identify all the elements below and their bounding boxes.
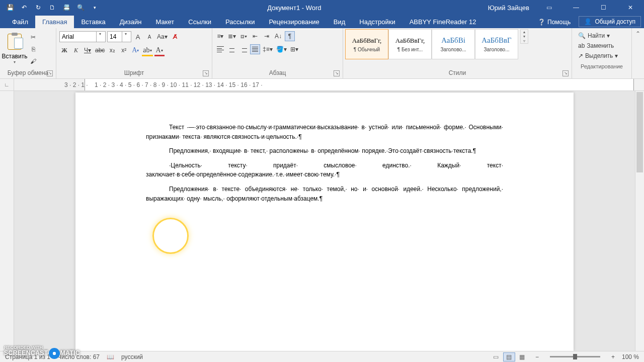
styles-dialog-icon[interactable]: ↘ [562,70,569,76]
increase-indent-icon[interactable]: ⇥ [262,31,272,41]
tab-selector-icon[interactable]: ∟ [0,79,14,90]
styles-more-icon[interactable]: ▿ [521,39,528,43]
tab-file[interactable]: Файл [5,16,35,28]
tab-design[interactable]: Дизайн [113,16,149,28]
paragraph-2[interactable]: Предложения,· входящие· в· текст,· распо… [146,146,503,156]
spellcheck-icon[interactable]: 📖 [107,353,114,360]
underline-button[interactable]: Ч▾ [83,45,93,55]
qat-customize-icon[interactable]: ▾ [89,2,101,14]
print-preview-icon[interactable]: 🔍 [74,2,87,14]
paste-icon [8,34,22,50]
replace-button[interactable]: abЗаменить [578,42,625,49]
align-justify-icon[interactable] [250,44,260,54]
collapse-ribbon-icon[interactable]: ⌃ [632,28,644,78]
read-mode-icon[interactable]: ▭ [490,352,502,361]
zoom-slider[interactable] [550,356,600,357]
multilevel-icon[interactable]: ⧈▾ [238,31,249,41]
highlight-button[interactable]: ab▾ [142,45,152,55]
cut-icon[interactable]: ✂ [28,32,38,42]
scrollbar-thumb[interactable] [636,92,643,172]
maximize-icon[interactable]: ☐ [592,0,615,15]
share-label: Общий доступ [595,18,635,25]
paragraph-1[interactable]: Текст ·—·это·связанное·по·смыслу·и·грамм… [146,123,503,141]
tab-addins[interactable]: Надстройки [352,16,402,28]
decrease-indent-icon[interactable]: ⇤ [250,31,260,41]
print-layout-icon[interactable]: ▤ [503,352,515,361]
align-center-icon[interactable] [227,44,237,54]
subscript-button[interactable]: x₂ [107,45,117,55]
find-button[interactable]: 🔍Найти ▾ [578,32,625,39]
language-indicator[interactable]: русский [121,353,143,360]
bullets-icon[interactable]: ≡▾ [215,31,225,41]
paragraph-4[interactable]: Предложения· в· тексте· объединяются· не… [146,185,503,203]
page-indicator[interactable]: Страница 1 из 1 [5,353,50,360]
align-right-icon[interactable] [238,44,249,54]
zoom-out-icon[interactable]: − [535,353,539,360]
font-color-button[interactable]: A▾ [154,45,165,55]
page-container: Текст ·—·это·связанное·по·смыслу·и·грамм… [14,91,635,351]
style-heading1[interactable]: АаБбВіЗаголово... [432,29,475,59]
text-effects-button[interactable]: A▾ [130,45,140,55]
superscript-button[interactable]: x² [119,45,129,55]
format-painter-icon[interactable]: 🖌 [28,56,38,66]
change-case-icon[interactable]: Aa▾ [156,32,169,42]
user-name[interactable]: Юрий Зайцев [488,4,529,12]
tab-references[interactable]: Ссылки [181,16,218,28]
clear-format-icon[interactable]: A̸ [170,32,180,42]
grow-font-icon[interactable]: A [133,32,143,42]
align-left-icon[interactable] [215,44,225,54]
ruler-horizontal[interactable]: ∟ 3 · 2 · 1 · 1 · 2 · 3 · 4 · 5 · 6 · 7 … [0,79,644,91]
copy-icon[interactable]: ⎘ [28,44,38,54]
tab-layout[interactable]: Макет [148,16,181,28]
paragraph-3[interactable]: ·Цельность· тексту· придаёт· смысловое· … [146,161,503,179]
ribbon-options-icon[interactable]: ▭ [537,0,560,15]
select-button[interactable]: ↗Выделить ▾ [578,52,625,59]
chevron-down-icon[interactable]: ▾ [122,32,129,42]
strikethrough-button[interactable]: abc [94,45,106,55]
paste-button[interactable]: Вставить ▾ [3,31,26,66]
tab-review[interactable]: Рецензирование [262,16,326,28]
bold-button[interactable]: Ж [59,45,69,55]
styles-up-icon[interactable]: ▴ [521,30,528,34]
font-name-combo[interactable]: Arial▾ [59,31,106,42]
tab-view[interactable]: Вид [327,16,353,28]
line-spacing-icon[interactable]: ‡≡▾ [262,44,274,54]
tab-home[interactable]: Главная [35,16,74,28]
share-button[interactable]: 👤Общий доступ [579,16,641,27]
vertical-scrollbar[interactable] [635,91,644,351]
save-icon[interactable]: 💾 [4,2,16,14]
quick-print-icon[interactable]: 📇 [60,2,72,14]
shading-icon[interactable]: 🪣▾ [275,44,288,54]
close-icon[interactable]: ✕ [619,0,642,15]
page[interactable]: Текст ·—·это·связанное·по·смыслу·и·грамм… [75,93,574,351]
new-doc-icon[interactable]: 🗋 [46,2,58,14]
italic-button[interactable]: К [71,45,81,55]
font-dialog-icon[interactable]: ↘ [203,70,209,76]
ruler-vertical[interactable] [0,91,14,351]
numbering-icon[interactable]: ≣▾ [227,31,237,41]
paragraph-dialog-icon[interactable]: ↘ [334,70,340,76]
font-size-combo[interactable]: 14▾ [107,31,131,42]
style-heading2[interactable]: АаБбВвГЗаголово... [475,29,518,59]
minimize-icon[interactable]: — [565,0,588,15]
style-normal[interactable]: АаБбВвГг,¶ Обычный [345,29,388,59]
zoom-level[interactable]: 100 % [622,353,639,360]
tab-mailings[interactable]: Рассылки [218,16,262,28]
borders-icon[interactable]: ⊞▾ [289,44,299,54]
paragraph-label: Абзац↘ [214,68,341,77]
show-marks-icon[interactable]: ¶ [285,31,295,41]
chevron-down-icon[interactable]: ▾ [96,32,103,42]
word-count[interactable]: Число слов: 67 [57,353,100,360]
redo-icon[interactable]: ↻ [32,2,44,14]
styles-down-icon[interactable]: ▾ [521,34,528,39]
zoom-in-icon[interactable]: + [611,353,615,360]
undo-icon[interactable]: ↶ [18,2,30,14]
tab-abbyy[interactable]: ABBYY FineReader 12 [403,16,484,28]
tab-insert[interactable]: Вставка [74,16,112,28]
style-no-spacing[interactable]: АаБбВвГг,¶ Без инт... [388,29,432,59]
sort-icon[interactable]: A↓ [273,31,283,41]
shrink-font-icon[interactable]: A [144,32,154,42]
clipboard-dialog-icon[interactable]: ↘ [47,70,53,76]
help-button[interactable]: ❔Помощь [533,16,576,28]
web-layout-icon[interactable]: ▦ [516,352,528,361]
